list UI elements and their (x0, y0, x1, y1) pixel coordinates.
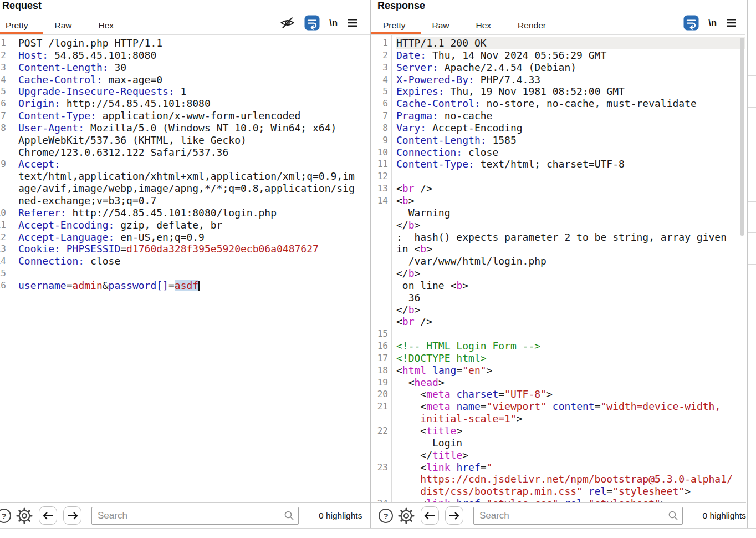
settings-gear-icon[interactable] (398, 507, 415, 524)
code-line: 6Origin: http://54.85.45.101:8080 (0, 98, 370, 110)
scrollbar-thumb[interactable] (740, 38, 744, 236)
help-icon[interactable]: ? (0, 508, 12, 524)
line-number: 16 (374, 340, 388, 352)
active-tab-underline (0, 32, 43, 34)
line-number: 14 (374, 195, 388, 207)
request-panel-title: Request (2, 0, 42, 12)
tab-hex[interactable]: Hex (476, 21, 492, 31)
code-line: 5Expires: Thu, 19 Nov 1981 08:52:00 GMT (371, 85, 745, 98)
code-line: 17<!DOCTYPE html> (371, 352, 745, 364)
window-bottom-border (0, 528, 756, 529)
code-line: 16username=admin&password[]=asdf (0, 280, 370, 292)
code-line: </b> (371, 304, 745, 316)
line-number: 23 (374, 461, 388, 474)
code-line: 4X-Powered-By: PHP/7.4.33 (371, 74, 745, 86)
code-line: 3Server: Apache/2.4.54 (Debian) (371, 62, 745, 74)
line-number: 12 (0, 231, 6, 243)
line-number: 2 (0, 49, 6, 62)
code-line: </b> (371, 267, 745, 280)
highlights-count: 0 highlights (703, 511, 746, 521)
newline-icon[interactable]: \n (708, 18, 717, 28)
code-line: Login (371, 437, 745, 449)
next-match-button[interactable] (445, 506, 463, 525)
search-input[interactable] (473, 507, 683, 525)
newline-icon[interactable]: \n (329, 18, 338, 28)
code-line: 11Content-Type: text/html; charset=UTF-8 (371, 158, 745, 170)
help-icon[interactable]: ? (378, 508, 394, 524)
code-line: 10Connection: close (371, 146, 745, 159)
line-number: 5 (374, 85, 388, 98)
code-line: 15 (371, 328, 745, 340)
line-number: 13 (374, 182, 388, 195)
line-number: 11 (374, 158, 388, 170)
code-line: 9Content-Length: 1585 (371, 134, 745, 146)
line-number: 7 (0, 110, 6, 122)
code-line: 3Content-Length: 30 (0, 62, 370, 74)
line-number: 4 (374, 74, 388, 86)
line-number: 21 (374, 400, 388, 413)
request-editor[interactable]: 1POST /login.php HTTP/1.12Host: 54.85.45… (0, 35, 370, 504)
line-number: 16 (0, 280, 6, 292)
line-number: 3 (374, 62, 388, 74)
gutter-separator (11, 35, 11, 502)
code-line: in <b> (371, 243, 745, 255)
menu-icon[interactable] (726, 17, 737, 28)
code-line: 6Cache-Control: no-store, no-cache, must… (371, 98, 745, 110)
code-line: 9Accept: (0, 158, 370, 170)
tab-raw[interactable]: Raw (432, 21, 449, 31)
tab-render[interactable]: Render (518, 21, 546, 31)
line-number: 8 (374, 122, 388, 134)
prev-match-button[interactable] (39, 506, 57, 525)
code-line: </title> (371, 449, 745, 461)
active-tab-underline (371, 32, 421, 34)
code-line: 7Pragma: no-cache (371, 110, 745, 122)
code-line: text/html,application/xhtml+xml,applicat… (0, 170, 370, 182)
word-wrap-icon[interactable] (683, 15, 699, 31)
line-number: 4 (0, 74, 6, 86)
code-line: <br /> (371, 316, 745, 328)
response-panel-title: Response (377, 0, 425, 12)
request-search-toolbar: ? 0 highlights (0, 502, 370, 529)
line-number: 10 (374, 146, 388, 159)
code-line: initial-scale=1"> (371, 413, 745, 425)
search-icon (668, 510, 678, 523)
code-line: 14Connection: close (0, 255, 370, 267)
code-line: dist/css/bootstrap.min.css" rel="stylesh… (371, 485, 745, 498)
code-line: 12Accept-Language: en-US,en;q=0.9 (0, 231, 370, 243)
visibility-off-icon[interactable] (280, 16, 295, 29)
code-line: 22 <title> (371, 425, 745, 437)
tab-raw[interactable]: Raw (54, 21, 71, 31)
line-number: 12 (374, 170, 388, 182)
code-line: Warning (371, 207, 745, 219)
code-line: 36 (371, 292, 745, 304)
line-number: 18 (374, 364, 388, 377)
line-number: 1 (374, 37, 388, 49)
code-line: https://cdn.jsdelivr.net/npm/bootstrap@5… (371, 473, 745, 485)
response-editor[interactable]: 1HTTP/1.1 200 OK2Date: Thu, 14 Nov 2024 … (371, 35, 745, 504)
search-input[interactable] (91, 507, 299, 525)
search-field (473, 507, 683, 525)
code-line: 2Host: 54.85.45.101:8080 (0, 49, 370, 62)
tab-pretty[interactable]: Pretty (383, 21, 405, 31)
code-line: on line <b> (371, 280, 745, 292)
settings-gear-icon[interactable] (16, 507, 33, 524)
code-line: 5Upgrade-Insecure-Requests: 1 (0, 85, 370, 98)
code-line: 23 <link href=" (371, 461, 745, 474)
word-wrap-icon[interactable] (304, 15, 320, 31)
tab-hex[interactable]: Hex (99, 21, 114, 31)
code-line: 8Vary: Accept-Encoding (371, 122, 745, 134)
line-number: 2 (374, 49, 388, 62)
line-number: 7 (374, 110, 388, 122)
prev-match-button[interactable] (421, 506, 439, 525)
gutter-separator (391, 35, 392, 502)
menu-icon[interactable] (347, 17, 358, 28)
code-line: 2Date: Thu, 14 Nov 2024 05:56:29 GMT (371, 49, 745, 62)
next-match-button[interactable] (63, 506, 81, 525)
line-number: 22 (374, 425, 388, 437)
svg-text:?: ? (383, 511, 388, 520)
inspector-strip[interactable] (747, 0, 756, 529)
code-line: /var/www/html/login.php (371, 255, 745, 267)
tab-pretty[interactable]: Pretty (6, 21, 28, 31)
request-editor-icons: \n (280, 14, 358, 31)
line-number: 17 (374, 352, 388, 364)
